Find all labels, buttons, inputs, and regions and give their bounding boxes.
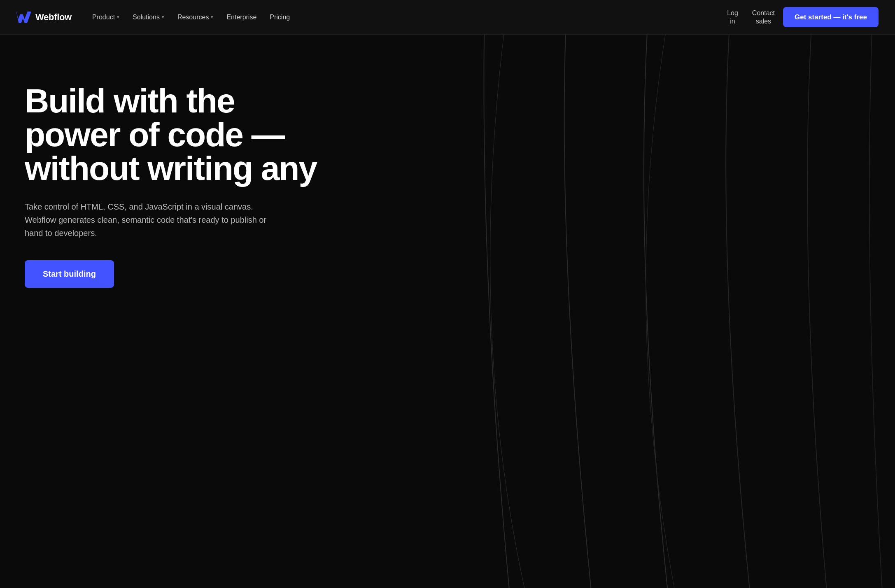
logo[interactable]: Webflow: [16, 12, 72, 23]
hero-content: Build with the power of code — without w…: [25, 84, 321, 288]
nav-item-product-label: Product: [92, 14, 115, 21]
nav-item-enterprise[interactable]: Enterprise: [221, 10, 262, 24]
login-line2: in: [730, 17, 735, 25]
chevron-down-icon: ▾: [211, 14, 213, 20]
webflow-logo-icon: [16, 12, 31, 23]
nav-contact-sales-button[interactable]: Contact sales: [746, 7, 781, 27]
start-building-button[interactable]: Start building: [25, 260, 114, 288]
main-nav: Webflow Product ▾ Solutions ▾ Resources …: [0, 0, 895, 35]
nav-item-solutions-label: Solutions: [133, 14, 160, 21]
hero-section: Build with the power of code — without w…: [0, 35, 895, 588]
nav-item-pricing-label: Pricing: [270, 14, 290, 21]
contact-line2: sales: [756, 17, 771, 25]
get-started-button[interactable]: Get started — it's free: [783, 7, 879, 27]
nav-item-resources[interactable]: Resources ▾: [172, 10, 219, 24]
nav-links: Product ▾ Solutions ▾ Resources ▾ Enterp…: [86, 10, 296, 24]
hero-subtext: Take control of HTML, CSS, and JavaScrip…: [25, 200, 280, 240]
chevron-down-icon: ▾: [117, 14, 119, 20]
nav-item-solutions[interactable]: Solutions ▾: [127, 10, 170, 24]
logo-text: Webflow: [35, 12, 72, 23]
chevron-down-icon: ▾: [162, 14, 164, 20]
contact-line1: Contact: [752, 9, 775, 17]
hero-headline: Build with the power of code — without w…: [25, 84, 321, 185]
login-line1: Log: [727, 9, 738, 17]
nav-item-resources-label: Resources: [177, 14, 209, 21]
nav-item-pricing[interactable]: Pricing: [264, 10, 296, 24]
nav-login-button[interactable]: Log in: [721, 7, 744, 27]
nav-item-product[interactable]: Product ▾: [86, 10, 125, 24]
background-lines: [403, 35, 895, 588]
nav-left: Webflow Product ▾ Solutions ▾ Resources …: [16, 10, 296, 24]
nav-right: Log in Contact sales Get started — it's …: [721, 7, 879, 27]
nav-item-enterprise-label: Enterprise: [226, 14, 256, 21]
